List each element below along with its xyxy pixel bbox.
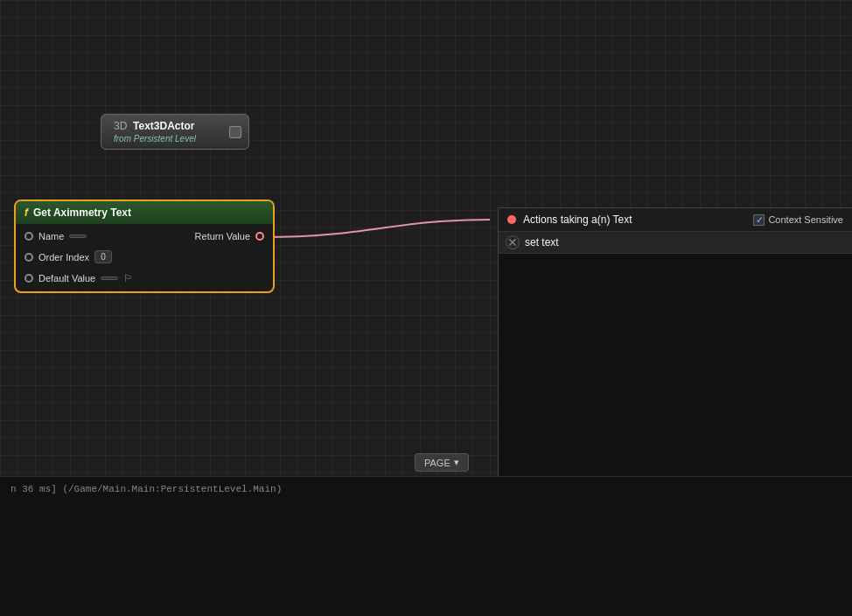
return-value-circle [255, 232, 264, 241]
default-value-label: Default Value [38, 273, 95, 284]
actor-node[interactable]: 3D Text3DActor from Persistent Level [101, 114, 249, 150]
chevron-down-icon: ▾ [454, 457, 459, 468]
actor-node-expand-icon[interactable] [229, 126, 241, 138]
actions-panel-header: Actions taking a(n) Text Context Sensiti… [499, 208, 852, 232]
name-pin-label: Name [38, 231, 64, 242]
function-icon: f [24, 206, 28, 219]
context-sensitive-checkbox[interactable] [753, 214, 765, 226]
page-button-label: PAGE [424, 458, 450, 468]
default-value-row: Default Value 🏳 [24, 272, 264, 284]
function-node: f Get Aximmetry Text Name Return Value O… [14, 200, 275, 293]
function-node-title: Get Aximmetry Text [33, 206, 131, 219]
order-index-pin-left: Order Index 0 [24, 250, 112, 263]
order-index-pin-circle [24, 253, 33, 262]
order-index-row: Order Index 0 [24, 250, 264, 263]
actions-panel-title: Actions taking a(n) Text [523, 214, 746, 226]
name-input[interactable] [69, 234, 87, 238]
actor-node-title: 3D Text3DActor [114, 120, 236, 132]
function-node-body: Name Return Value Order Index 0 Default … [16, 224, 273, 291]
context-sensitive-container[interactable]: Context Sensitive [753, 214, 843, 226]
status-bar: n 36 ms] (/Game/Main.Main:PersistentLeve… [0, 476, 852, 616]
context-sensitive-label: Context Sensitive [768, 214, 843, 225]
search-input[interactable] [525, 236, 845, 248]
close-icon: ✕ [507, 235, 518, 249]
default-value-input[interactable] [101, 276, 118, 280]
order-index-label: Order Index [38, 252, 89, 262]
name-pin-circle [24, 232, 33, 241]
order-index-input[interactable]: 0 [94, 250, 112, 263]
return-value-label: Return Value [195, 231, 250, 242]
flag-icon: 🏳 [123, 272, 134, 284]
return-value-pin: Return Value [195, 231, 264, 242]
search-bar: ✕ [499, 232, 852, 254]
page-button[interactable]: PAGE ▾ [415, 453, 469, 472]
function-node-header: f Get Aximmetry Text [16, 201, 273, 224]
actor-node-subtitle: from Persistent Level [114, 134, 236, 144]
default-value-pin-left: Default Value 🏳 [24, 272, 134, 284]
default-value-pin-circle [24, 274, 33, 283]
actions-dot [507, 215, 516, 224]
search-clear-button[interactable]: ✕ [506, 235, 520, 249]
name-row: Name Return Value [24, 231, 264, 242]
status-text: n 36 ms] (/Game/Main.Main:PersistentLeve… [10, 484, 282, 494]
name-pin-left: Name [24, 231, 87, 242]
